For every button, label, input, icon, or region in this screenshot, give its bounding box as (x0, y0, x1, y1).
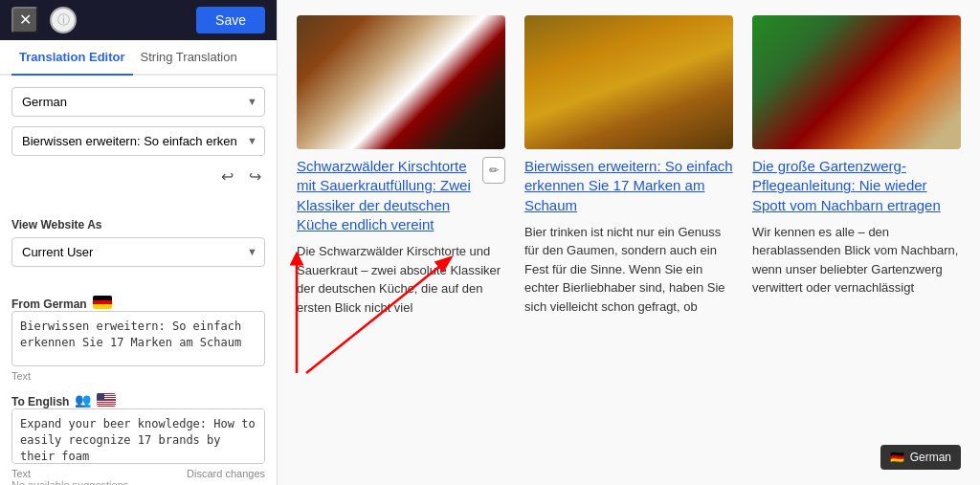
info-button[interactable]: ⓘ (50, 7, 77, 33)
discard-changes-button[interactable]: Discard changes (187, 468, 265, 479)
article-body-beer: Bier trinken ist nicht nur ein Genuss fü… (524, 223, 733, 317)
language-select-wrapper[interactable]: German French Spanish ▼ (11, 87, 265, 117)
german-language-badge[interactable]: 🇩🇪 German (880, 445, 961, 470)
article-select[interactable]: Bierwissen erweitern: So einfach erkenne… (11, 126, 265, 156)
no-suggestions-label: No available suggestions (11, 479, 265, 485)
article-title-beer[interactable]: Bierwissen erweitern: So einfach erkenne… (524, 157, 733, 215)
article-card-gnome: Die große Gartenzwerg-Pflegeanleitung: N… (752, 15, 961, 317)
article-card-cake: Schwarzwälder Kirschtorte mit Sauerkraut… (297, 15, 505, 317)
to-english-sublabel: Text (11, 468, 31, 479)
german-badge-label: German (910, 451, 951, 464)
view-website-section: View Website As Current User Guest Admin… (11, 214, 265, 267)
from-german-textarea[interactable] (11, 311, 265, 366)
german-flag-icon (93, 296, 112, 309)
from-german-label: From German (11, 298, 87, 311)
tabs: Translation Editor String Translation (0, 40, 277, 76)
article-image-beer (524, 15, 733, 149)
article-title-gnome[interactable]: Die große Gartenzwerg-Pflegeanleitung: N… (752, 157, 961, 215)
article-body-gnome: Wir kennen es alle – den herablassenden … (752, 223, 961, 298)
to-english-section: To English 👥 Text Discard changes No ava… (11, 391, 265, 485)
article-body-cake: Die Schwarzwälder Kirschtorte und Sauerk… (297, 242, 505, 317)
article-image-cake (297, 15, 505, 149)
article-image-gnome (752, 15, 961, 149)
german-badge-flag: 🇩🇪 (890, 451, 904, 464)
article-card-beer: Bierwissen erweitern: So einfach erkenne… (524, 15, 733, 317)
tab-translation-editor[interactable]: Translation Editor (11, 40, 133, 76)
nav-arrows: ↩ ↪ (11, 165, 265, 187)
article-title-cake[interactable]: Schwarzwälder Kirschtorte mit Sauerkraut… (297, 157, 477, 234)
view-website-select[interactable]: Current User Guest Admin (11, 237, 265, 267)
to-english-label: To English (11, 395, 69, 408)
left-panel: ✕ ⓘ Save Translation Editor String Trans… (0, 0, 278, 485)
view-website-label: View Website As (11, 218, 265, 231)
prev-arrow-button[interactable]: ↩ (217, 165, 237, 187)
people-icon: 👥 (75, 392, 91, 408)
language-select[interactable]: German French Spanish (11, 87, 265, 117)
panel-body: German French Spanish ▼ Bierwissen erwei… (0, 76, 277, 485)
article-title-wrapper-cake: Schwarzwälder Kirschtorte mit Sauerkraut… (297, 157, 505, 234)
from-german-sublabel: Text (11, 370, 265, 382)
to-english-header: To English 👥 (11, 391, 265, 408)
right-panel: Schwarzwälder Kirschtorte mit Sauerkraut… (278, 0, 980, 485)
from-german-section: From German Text (11, 294, 265, 382)
to-english-textarea[interactable] (11, 408, 265, 464)
articles-grid: Schwarzwälder Kirschtorte mit Sauerkraut… (297, 15, 961, 317)
save-button[interactable]: Save (196, 7, 265, 33)
edit-pencil-button[interactable]: ✏ (482, 157, 505, 184)
next-arrow-button[interactable]: ↪ (245, 165, 265, 187)
article-select-wrapper[interactable]: Bierwissen erweitern: So einfach erkenne… (11, 126, 265, 156)
us-flag-icon (97, 393, 116, 407)
from-german-header: From German (11, 294, 265, 311)
top-bar: ✕ ⓘ Save (0, 0, 277, 40)
view-website-select-wrapper[interactable]: Current User Guest Admin ▼ (11, 237, 265, 267)
close-button[interactable]: ✕ (11, 7, 38, 33)
tab-string-translation[interactable]: String Translation (133, 40, 245, 76)
